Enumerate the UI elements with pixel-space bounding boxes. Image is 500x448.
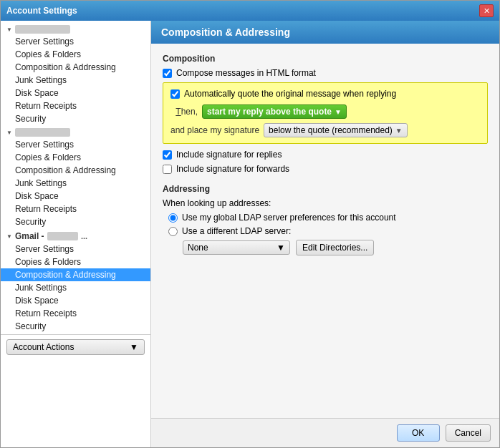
group3-prefix-label: Gmail - bbox=[15, 231, 44, 241]
group2-blurred-label bbox=[15, 128, 70, 137]
include-sig-replies-label: Include signature for replies bbox=[176, 150, 282, 160]
cancel-button[interactable]: Cancel bbox=[446, 424, 491, 442]
triangle-icon-2: ▼ bbox=[6, 130, 12, 136]
sidebar-item-g1-server[interactable]: Server Settings bbox=[1, 35, 150, 48]
ok-label: OK bbox=[412, 428, 424, 438]
group3-blurred-label bbox=[47, 232, 78, 240]
sidebar-item-g1-copies[interactable]: Copies & Folders bbox=[1, 48, 150, 61]
account-settings-window: Account Settings ✕ ▼ Server Settings Cop… bbox=[0, 0, 500, 448]
group1-blurred-label bbox=[15, 25, 70, 34]
sidebar-group-3-label: ▼ Gmail - ... bbox=[1, 230, 150, 243]
panel-header: Composition & Addressing bbox=[151, 21, 499, 44]
diff-ldap-radio[interactable] bbox=[168, 227, 178, 236]
sig-placement-row: and place my signature below the quote (… bbox=[170, 123, 480, 137]
cancel-label: Cancel bbox=[455, 428, 481, 438]
edit-directories-button[interactable]: Edit Directories... bbox=[296, 240, 374, 255]
sidebar-item-g3-server[interactable]: Server Settings bbox=[1, 243, 150, 255]
none-dropdown-row: None ▼ Edit Directories... bbox=[163, 240, 488, 255]
sig-placement-dropdown[interactable]: below the quote (recommended) ▼ bbox=[264, 123, 408, 137]
bottom-bar: OK Cancel bbox=[151, 418, 499, 447]
when-looking-label: When looking up addresses: bbox=[163, 198, 488, 208]
include-sig-forwards-label: Include signature for forwards bbox=[176, 164, 289, 174]
sidebar-item-g1-security[interactable]: Security bbox=[1, 112, 150, 125]
sidebar-item-g2-disk[interactable]: Disk Space bbox=[1, 190, 150, 203]
sidebar-item-g2-return[interactable]: Return Receipts bbox=[1, 203, 150, 215]
sidebar-item-g2-security[interactable]: Security bbox=[1, 215, 150, 228]
account-actions-button[interactable]: Account Actions ▼ bbox=[6, 339, 145, 355]
account-actions-area: Account Actions ▼ bbox=[1, 334, 150, 359]
include-sig-forwards-row: Include signature for forwards bbox=[163, 164, 488, 174]
addressing-section-label: Addressing bbox=[163, 184, 488, 194]
edit-directories-label: Edit Directories... bbox=[302, 243, 367, 253]
sidebar-group-1: ▼ Server Settings Copies & Folders Compo… bbox=[1, 24, 150, 125]
diff-ldap-label: Use a different LDAP server: bbox=[182, 226, 291, 236]
sidebar-item-g3-comp[interactable]: Composition & Addressing bbox=[1, 268, 150, 281]
panel-title: Composition & Addressing bbox=[161, 26, 290, 38]
sidebar-item-g3-copies[interactable]: Copies & Folders bbox=[1, 255, 150, 268]
none-label: None bbox=[188, 243, 208, 253]
composition-section-label: Composition bbox=[163, 54, 488, 64]
titlebar: Account Settings ✕ bbox=[1, 1, 499, 21]
close-button[interactable]: ✕ bbox=[479, 4, 494, 17]
include-sig-replies-checkbox[interactable] bbox=[163, 150, 172, 160]
sidebar-item-g3-security[interactable]: Security bbox=[1, 320, 150, 333]
sidebar: ▼ Server Settings Copies & Folders Compo… bbox=[1, 21, 151, 447]
account-actions-arrow-icon: ▼ bbox=[130, 342, 138, 352]
html-format-checkbox[interactable] bbox=[163, 69, 172, 78]
sidebar-group-2: ▼ Server Settings Copies & Folders Compo… bbox=[1, 127, 150, 228]
auto-quote-checkbox[interactable] bbox=[170, 89, 180, 99]
sidebar-item-g2-copies[interactable]: Copies & Folders bbox=[1, 151, 150, 164]
sidebar-item-g1-junk[interactable]: Junk Settings bbox=[1, 74, 150, 87]
sig-placement-option-label: below the quote (recommended) bbox=[269, 125, 393, 135]
global-ldap-row: Use my global LDAP server preferences fo… bbox=[163, 213, 488, 223]
then-row: Then, start my reply above the quote ▼ bbox=[170, 104, 480, 119]
sidebar-item-g1-comp[interactable]: Composition & Addressing bbox=[1, 61, 150, 74]
sidebar-group-2-label: ▼ bbox=[1, 127, 150, 138]
panel-body: Composition Compose messages in HTML for… bbox=[151, 44, 499, 418]
sidebar-item-g3-return[interactable]: Return Receipts bbox=[1, 307, 150, 320]
sidebar-item-g1-return[interactable]: Return Receipts bbox=[1, 99, 150, 112]
triangle-icon-3: ▼ bbox=[6, 233, 12, 240]
include-sig-replies-row: Include signature for replies bbox=[163, 150, 488, 160]
auto-quote-row: Automatically quote the original message… bbox=[170, 89, 480, 99]
ok-button[interactable]: OK bbox=[397, 424, 440, 442]
global-ldap-radio[interactable] bbox=[168, 213, 178, 223]
reply-position-label: start my reply above the quote bbox=[207, 107, 332, 117]
sidebar-item-g1-disk[interactable]: Disk Space bbox=[1, 87, 150, 99]
auto-quote-box: Automatically quote the original message… bbox=[163, 82, 488, 144]
include-sig-forwards-checkbox[interactable] bbox=[163, 165, 172, 174]
diff-ldap-row: Use a different LDAP server: bbox=[163, 226, 488, 236]
window-title: Account Settings bbox=[6, 6, 77, 16]
group3-ellipsis: ... bbox=[81, 232, 87, 240]
html-format-label: Compose messages in HTML format bbox=[176, 68, 316, 78]
reply-position-dropdown[interactable]: start my reply above the quote ▼ bbox=[202, 104, 347, 119]
ldap-server-dropdown[interactable]: None ▼ bbox=[183, 240, 290, 255]
triangle-icon: ▼ bbox=[6, 26, 12, 33]
sig-placement-arrow-icon: ▼ bbox=[395, 127, 403, 135]
auto-quote-label: Automatically quote the original message… bbox=[184, 89, 396, 99]
sidebar-item-g2-junk[interactable]: Junk Settings bbox=[1, 177, 150, 190]
sig-placement-prefix: and place my signature bbox=[170, 125, 259, 135]
main-content: ▼ Server Settings Copies & Folders Compo… bbox=[1, 21, 499, 447]
reply-position-arrow-icon: ▼ bbox=[335, 108, 342, 116]
sidebar-item-g3-disk[interactable]: Disk Space bbox=[1, 294, 150, 307]
sidebar-item-g2-comp[interactable]: Composition & Addressing bbox=[1, 164, 150, 177]
global-ldap-label: Use my global LDAP server preferences fo… bbox=[182, 213, 396, 223]
account-actions-label: Account Actions bbox=[13, 342, 74, 352]
sidebar-item-g2-server[interactable]: Server Settings bbox=[1, 138, 150, 151]
ldap-dropdown-arrow-icon: ▼ bbox=[277, 243, 285, 253]
sidebar-group-3: ▼ Gmail - ... Server Settings Copies & F… bbox=[1, 230, 150, 333]
main-panel: Composition & Addressing Composition Com… bbox=[151, 21, 499, 447]
then-label: Then, bbox=[170, 107, 198, 117]
sidebar-item-g3-junk[interactable]: Junk Settings bbox=[1, 281, 150, 294]
html-format-row: Compose messages in HTML format bbox=[163, 68, 488, 78]
sidebar-group-1-label: ▼ bbox=[1, 24, 150, 35]
